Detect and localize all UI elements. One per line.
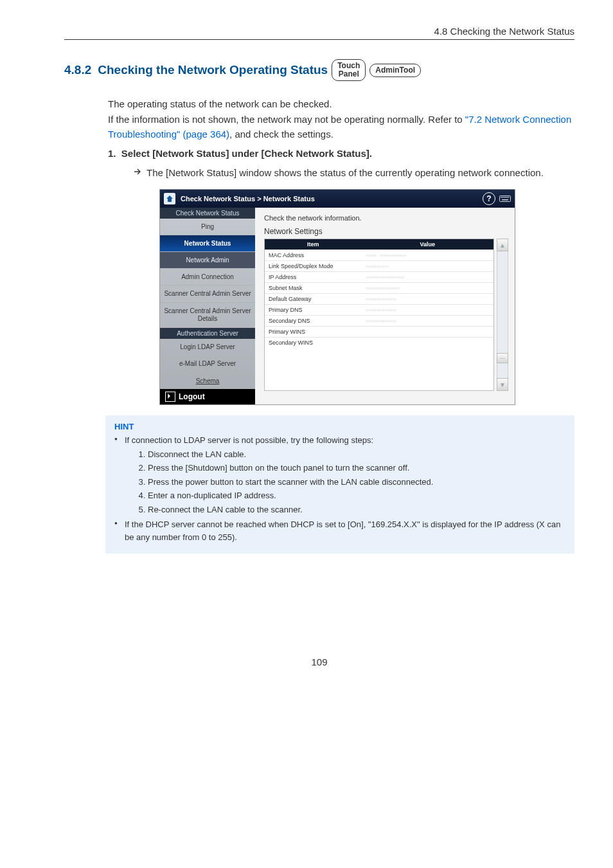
cell-value: ––––––––––	[362, 272, 493, 282]
table-header-item: Item	[265, 239, 361, 249]
cell-value	[362, 327, 493, 337]
table-row: MAC Address––– –––––––	[265, 249, 493, 260]
step-number: 1.	[108, 148, 116, 159]
touch-panel-badge: Touch Panel	[332, 59, 366, 81]
cell-item: Secondary DNS	[265, 316, 362, 326]
cell-item: Secondary WINS	[265, 338, 362, 348]
page-number: 109	[64, 656, 574, 667]
body-paragraphs: The operating status of the network can …	[108, 96, 574, 141]
step-result: The [Network Status] window shows the st…	[134, 165, 574, 180]
sidebar: Check Network Status Ping Network Status…	[160, 208, 255, 404]
cell-value: ––––––––	[362, 316, 493, 326]
table-row: Secondary WINS	[265, 337, 493, 348]
cell-value: ––– –––––––	[362, 250, 493, 260]
sidebar-item-scanner-central-admin-server-details[interactable]: Scanner Central Admin Server Details	[160, 303, 255, 328]
scroll-track[interactable]	[497, 363, 508, 379]
cell-item: Primary WINS	[265, 327, 362, 337]
sidebar-item-network-status[interactable]: Network Status	[160, 235, 255, 252]
table-row: Link Speed/Duplex Mode––––––	[265, 260, 493, 271]
result-text: The [Network Status] window shows the st…	[147, 165, 544, 180]
sidebar-item-email-ldap[interactable]: e-Mail LDAP Server	[160, 356, 255, 373]
svg-rect-7	[508, 197, 510, 198]
table-row: Primary DNS––––––––	[265, 304, 493, 315]
cell-item: IP Address	[265, 272, 362, 282]
hint-step: Press the [Shutdown] button on the touch…	[148, 462, 565, 475]
home-icon[interactable]	[164, 193, 175, 204]
cell-value: ––––––	[362, 261, 493, 271]
svg-rect-1	[501, 197, 502, 198]
cell-value	[362, 338, 493, 348]
hint-step: Disconnect the LAN cable.	[148, 448, 565, 461]
scroll-down-icon[interactable]: ▼	[497, 378, 508, 391]
page-header: 4.8 Checking the Network Status	[64, 26, 574, 37]
hint-heading: HINT	[114, 422, 565, 431]
sidebar-item-admin-connection[interactable]: Admin Connection	[160, 269, 255, 285]
sidebar-item-login-ldap[interactable]: Login LDAP Server	[160, 339, 255, 356]
cell-item: Default Gateway	[265, 294, 362, 304]
sidebar-group-check-network-status: Check Network Status	[160, 208, 255, 219]
step-text: Select [Network Status] under [Check Net…	[121, 148, 372, 159]
hint-bullet-text: If connection to LDAP server is not poss…	[125, 435, 373, 445]
sidebar-item-scanner-central-admin-server[interactable]: Scanner Central Admin Server	[160, 285, 255, 303]
content-message: Check the network information.	[264, 214, 508, 222]
svg-rect-8	[502, 199, 508, 201]
hint-box: HINT If connection to LDAP server is not…	[105, 415, 574, 554]
cell-value: –––––––––	[362, 283, 493, 293]
table-row: Primary WINS	[265, 326, 493, 337]
scroll-track[interactable]	[497, 251, 508, 352]
header-rule	[64, 39, 574, 40]
paragraph: The operating status of the network can …	[108, 96, 574, 111]
section-number: 4.8.2	[64, 63, 91, 77]
table-header-value: Value	[361, 239, 493, 249]
table-row: Default Gateway––––––––	[265, 293, 493, 304]
scroll-up-icon[interactable]: ▲	[497, 239, 508, 251]
network-settings-table: Item Value MAC Address––– ––––––– Link S…	[264, 239, 494, 391]
svg-rect-3	[503, 197, 504, 198]
table-row: Secondary DNS––––––––	[265, 315, 493, 326]
admintool-badge: AdminTool	[369, 64, 421, 77]
hint-step: Re-connect the LAN cable to the scanner.	[148, 503, 565, 516]
cell-value: ––––––––	[362, 305, 493, 315]
sidebar-item-network-admin[interactable]: Network Admin	[160, 252, 255, 269]
sidebar-item-ping[interactable]: Ping	[160, 219, 255, 235]
step-1: 1. Select [Network Status] under [Check …	[108, 148, 574, 159]
table-scrollbar[interactable]: ▲ — ▼	[497, 239, 508, 391]
hint-step: Enter a non-duplicated IP address.	[148, 489, 565, 502]
help-icon[interactable]: ?	[483, 192, 495, 205]
table-row: Subnet Mask–––––––––	[265, 282, 493, 293]
keyboard-icon[interactable]	[499, 194, 511, 203]
badge-line: Panel	[337, 70, 360, 78]
section-title: Checking the Network Operating Status	[98, 63, 328, 77]
sidebar-group-authentication-server: Authentication Server	[160, 328, 255, 339]
breadcrumb: Check Network Status > Network Status	[181, 195, 315, 203]
titlebar: Check Network Status > Network Status ?	[160, 190, 515, 208]
logout-button[interactable]: Logout	[160, 389, 255, 404]
logout-icon	[165, 392, 175, 402]
cell-item: Subnet Mask	[265, 283, 362, 293]
svg-rect-4	[504, 197, 506, 198]
cell-item: Link Speed/Duplex Mode	[265, 261, 362, 271]
cell-value: ––––––––	[362, 294, 493, 304]
network-status-window: Check Network Status > Network Status ? …	[159, 189, 515, 405]
hint-bullet: If the DHCP server cannot be reached whe…	[114, 518, 565, 543]
paragraph-text: If the information is not shown, the net…	[108, 114, 465, 125]
sidebar-item-schema[interactable]: Schema	[160, 373, 255, 389]
content-area: Check the network information. Network S…	[255, 208, 515, 404]
hint-bullet: If connection to LDAP server is not poss…	[114, 434, 565, 516]
cell-item: Primary DNS	[265, 305, 362, 315]
svg-rect-5	[506, 197, 507, 198]
paragraph: If the information is not shown, the net…	[108, 112, 574, 142]
svg-rect-6	[507, 197, 508, 198]
cell-item: MAC Address	[265, 250, 362, 260]
table-row: IP Address––––––––––	[265, 271, 493, 282]
paragraph-text: , and check the settings.	[229, 129, 333, 140]
content-subhead: Network Settings	[264, 227, 508, 236]
logout-label: Logout	[179, 392, 205, 401]
result-arrow-icon	[134, 165, 143, 180]
svg-rect-2	[502, 197, 503, 198]
hint-step: Press the power button to start the scan…	[148, 476, 565, 489]
svg-rect-0	[500, 196, 511, 202]
section-heading: 4.8.2 Checking the Network Operating Sta…	[64, 59, 574, 81]
scroll-mid-icon[interactable]: —	[497, 353, 508, 363]
